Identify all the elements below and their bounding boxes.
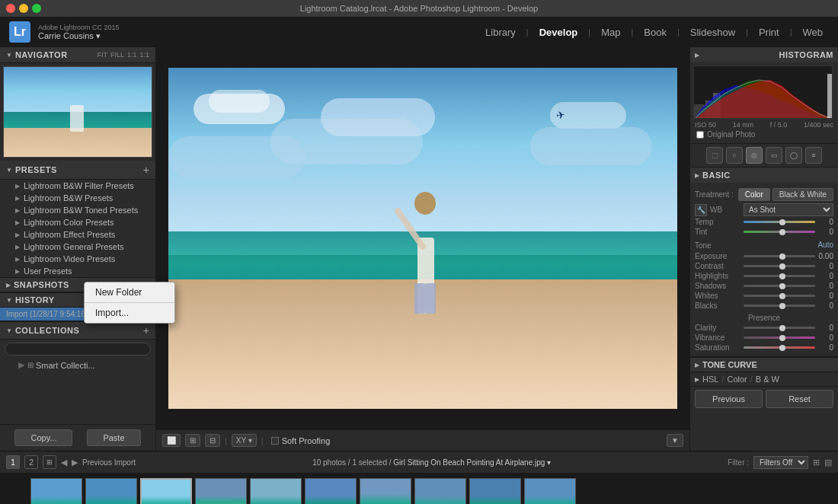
contrast-slider-thumb[interactable]: [779, 263, 785, 270]
tint-slider-thumb[interactable]: [779, 229, 785, 235]
preset-bw[interactable]: ▶ Lightroom B&W Presets: [0, 192, 155, 204]
saturation-slider[interactable]: [744, 346, 815, 349]
film-thumb-10[interactable]: ○: [524, 478, 576, 504]
blacks-slider-thumb[interactable]: [779, 303, 785, 309]
compare-button[interactable]: ⊟: [205, 434, 220, 447]
filmstrip-prev-button[interactable]: ◀: [61, 458, 67, 467]
film-thumb-6[interactable]: ○: [305, 478, 357, 504]
paste-button[interactable]: Paste: [87, 429, 140, 446]
vibrance-slider-thumb[interactable]: [779, 335, 785, 341]
nav-print[interactable]: Print: [753, 27, 785, 38]
navigator-header[interactable]: ▼ Navigator FIT FILL 1:1 1:1: [0, 47, 155, 63]
vibrance-slider[interactable]: [744, 337, 815, 339]
histogram-header[interactable]: ▶ Histogram: [690, 47, 838, 62]
hsl-tab[interactable]: HSL: [702, 375, 718, 384]
blacks-slider[interactable]: [744, 305, 815, 307]
close-button[interactable]: [6, 4, 15, 13]
film-thumb-7[interactable]: ○: [360, 478, 411, 504]
preset-bw-toned[interactable]: ▶ Lightroom B&W Toned Presets: [0, 204, 155, 216]
exposure-val: 0.00: [818, 252, 833, 260]
preset-bw-filter[interactable]: ▶ Lightroom B&W Filter Presets: [0, 180, 155, 192]
filmstrip-collapse-button[interactable]: ▤: [824, 458, 832, 467]
nav-book[interactable]: Book: [638, 27, 673, 38]
temp-slider[interactable]: [744, 221, 815, 223]
single-view-button[interactable]: ⬜: [162, 434, 181, 447]
nav-library[interactable]: Library: [479, 27, 522, 38]
nav-web[interactable]: Web: [797, 27, 830, 38]
eyedropper-tool[interactable]: 🔧: [695, 204, 707, 216]
soft-proofing-checkbox[interactable]: [271, 437, 279, 445]
filmstrip-page-2[interactable]: 2: [24, 455, 38, 469]
film-thumb-2[interactable]: ○: [85, 478, 137, 504]
nav-map[interactable]: Map: [595, 27, 626, 38]
filmstrip-grid-button[interactable]: ⊞: [43, 455, 56, 469]
preset-effect[interactable]: ▶ Lightroom Effect Presets: [0, 228, 155, 241]
collections-add-icon[interactable]: +: [143, 324, 149, 337]
filmstrip-expand-button[interactable]: ⊞: [813, 458, 820, 467]
filmstrip-next-button[interactable]: ▶: [72, 458, 78, 467]
whites-slider-thumb[interactable]: [779, 293, 785, 299]
context-import[interactable]: Import...: [85, 303, 174, 323]
color-treatment-button[interactable]: Color: [738, 188, 770, 201]
preset-video[interactable]: ▶ Lightroom Video Presets: [0, 253, 155, 265]
context-new-folder[interactable]: New Folder: [85, 282, 174, 302]
bw-treatment-button[interactable]: Black & White: [772, 188, 833, 201]
exposure-slider-thumb[interactable]: [779, 254, 785, 260]
spot-removal-tool[interactable]: ○: [726, 147, 743, 164]
wb-select[interactable]: As Shot Auto Daylight Cloudy Custom: [744, 203, 833, 216]
nav-develop[interactable]: Develop: [533, 27, 584, 38]
original-photo-checkbox[interactable]: [696, 131, 704, 139]
crop-tool[interactable]: ⬚: [706, 147, 723, 164]
collection-smart[interactable]: ▶ ⊞ Smart Collecti...: [0, 359, 155, 372]
reset-button[interactable]: Reset: [766, 390, 833, 408]
radial-filter-tool[interactable]: ◯: [785, 147, 802, 164]
copy-button[interactable]: Copy...: [14, 429, 72, 446]
tone-curve-header[interactable]: ▶ Tone Curve: [690, 357, 838, 372]
tint-slider[interactable]: [744, 231, 815, 233]
clarity-slider[interactable]: [744, 327, 815, 329]
collections-search[interactable]: [5, 343, 151, 356]
filmstrip-page-1[interactable]: 1: [6, 455, 20, 469]
preset-general[interactable]: ▶ Lightroom General Presets: [0, 241, 155, 253]
bw-tab[interactable]: B & W: [756, 375, 779, 384]
window-controls[interactable]: [6, 4, 41, 13]
maximize-button[interactable]: [32, 4, 41, 13]
presets-add-icon[interactable]: +: [143, 164, 149, 176]
shadows-label: Shadows: [695, 282, 740, 290]
preset-user[interactable]: ▶ User Presets: [0, 265, 155, 277]
nav-slideshow[interactable]: Slideshow: [684, 27, 741, 38]
film-thumb-9[interactable]: ○: [469, 478, 521, 504]
svg-rect-3: [827, 74, 833, 119]
exposure-slider[interactable]: [744, 255, 815, 257]
presets-header[interactable]: ▼ Presets +: [0, 161, 155, 180]
shadows-slider-thumb[interactable]: [779, 283, 785, 289]
shadows-slider[interactable]: [744, 285, 815, 287]
whites-slider[interactable]: [744, 295, 815, 297]
collections-header[interactable]: ▼ Collections +: [0, 321, 155, 340]
film-thumb-1[interactable]: ○: [30, 478, 82, 504]
highlights-slider-thumb[interactable]: [779, 273, 785, 279]
xy-button[interactable]: XY ▾: [232, 434, 257, 447]
basic-collapse-icon: ▶: [695, 172, 699, 179]
redeye-tool[interactable]: ◎: [746, 147, 763, 164]
film-thumb-4[interactable]: ○: [195, 478, 247, 504]
film-thumb-3[interactable]: ○: [140, 478, 192, 504]
auto-button[interactable]: Auto: [817, 241, 833, 249]
toolbar-dropdown[interactable]: ▼: [667, 434, 683, 447]
film-thumb-8[interactable]: ○: [414, 478, 466, 504]
saturation-slider-thumb[interactable]: [779, 345, 785, 351]
basic-header[interactable]: ▶ Basic: [690, 167, 838, 183]
minimize-button[interactable]: [19, 4, 28, 13]
temp-slider-thumb[interactable]: [779, 219, 785, 225]
preset-color[interactable]: ▶ Lightroom Color Presets: [0, 216, 155, 228]
highlights-slider[interactable]: [744, 275, 815, 277]
filter-select[interactable]: Filters Off Flagged Rated: [753, 456, 808, 469]
color-tab[interactable]: Color: [727, 375, 747, 384]
grad-filter-tool[interactable]: ▭: [766, 147, 782, 164]
grid-view-button[interactable]: ⊞: [185, 434, 200, 447]
previous-button[interactable]: Previous: [695, 390, 763, 408]
film-thumb-5[interactable]: ○: [250, 478, 302, 504]
clarity-slider-thumb[interactable]: [779, 325, 785, 331]
adjustment-brush-tool[interactable]: ≡: [805, 147, 822, 164]
contrast-slider[interactable]: [744, 265, 815, 267]
